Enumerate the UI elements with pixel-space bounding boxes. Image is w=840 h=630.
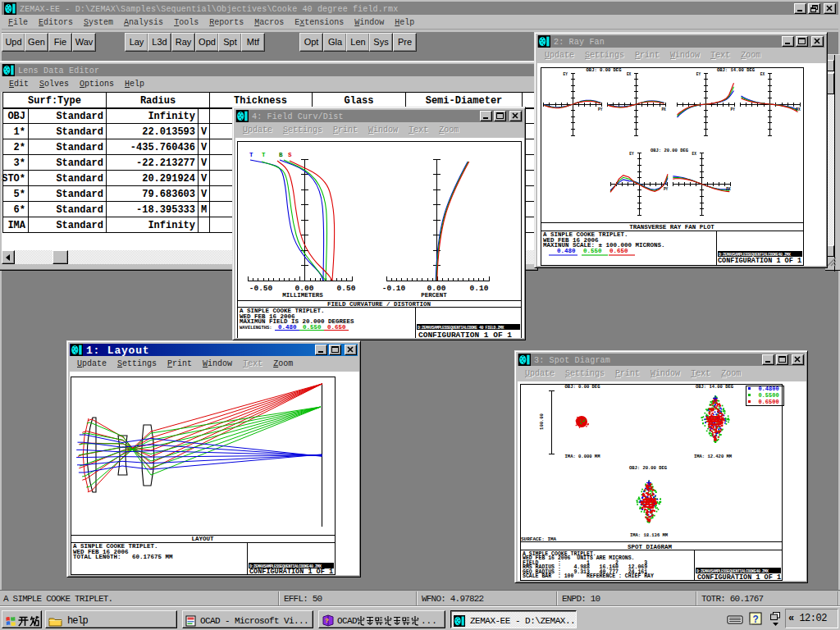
- svg-text:?: ?: [325, 617, 329, 624]
- svg-text:Surf:Type: Surf:Type: [28, 95, 81, 107]
- svg-text:OBJ: 20.00 DEG: OBJ: 20.00 DEG: [651, 148, 689, 153]
- svg-text:Standard: Standard: [56, 111, 103, 122]
- svg-text:Semi-Diameter: Semi-Diameter: [426, 95, 503, 107]
- svg-text:EY: EY: [629, 152, 634, 156]
- svg-text:2*: 2*: [14, 142, 25, 153]
- svg-text:Standard: Standard: [56, 158, 103, 169]
- svg-text:-435.760436: -435.760436: [130, 142, 195, 153]
- svg-text:22.013593: 22.013593: [142, 126, 195, 138]
- svg-text:WAVELENGTHS:: WAVELENGTHS:: [240, 325, 272, 331]
- svg-text:EX: EX: [692, 152, 697, 156]
- svg-text:B: B: [279, 152, 283, 158]
- svg-text:PX: PX: [726, 187, 731, 191]
- svg-text:PY: PY: [664, 187, 669, 191]
- svg-text:Standard: Standard: [56, 189, 103, 200]
- svg-text:FIELD CURVATURE / DISTORTION: FIELD CURVATURE / DISTORTION: [327, 301, 431, 308]
- svg-text:SPOT DIAGRAM: SPOT DIAGRAM: [628, 544, 673, 550]
- svg-text:PERCENT: PERCENT: [421, 292, 447, 299]
- svg-text:OBJ: OBJ: [7, 111, 25, 122]
- svg-text:V: V: [201, 158, 208, 169]
- svg-text:1*: 1*: [14, 126, 25, 138]
- svg-text:0.4800: 0.4800: [758, 386, 778, 392]
- svg-text:SCALE BAR : 100 REFERENCE: SCALE BAR : 100 REFERENCE : CHIEF RAY: [523, 573, 654, 579]
- svg-text:0.550: 0.550: [583, 248, 602, 254]
- svg-text:OBJ: 20.00 DEG: OBJ: 20.00 DEG: [629, 465, 668, 471]
- svg-text:?: ?: [753, 614, 759, 626]
- svg-text:V: V: [201, 126, 208, 138]
- svg-text:V: V: [201, 189, 208, 200]
- svg-text:CONFIGURATION 1 OF 1: CONFIGURATION 1 OF 1: [718, 257, 801, 265]
- svg-text:OBJ: 14.00 DEG: OBJ: 14.00 DEG: [696, 384, 734, 390]
- svg-text:EX: EX: [627, 72, 632, 76]
- svg-text:Standard: Standard: [56, 220, 103, 231]
- svg-text:Glass: Glass: [344, 95, 373, 107]
- svg-text:PY: PY: [598, 107, 603, 112]
- svg-text:TRANSVERSE RAY FAN PLOT: TRANSVERSE RAY FAN PLOT: [629, 224, 714, 231]
- svg-text:0.480: 0.480: [278, 324, 297, 331]
- svg-text:V: V: [201, 173, 208, 185]
- svg-text:M: M: [201, 204, 207, 216]
- svg-text:Thickness: Thickness: [234, 95, 287, 107]
- svg-text:79.683603: 79.683603: [142, 189, 195, 200]
- svg-text:LAYOUT: LAYOUT: [191, 536, 214, 542]
- svg-text:CONFIGURATION 1 OF 1: CONFIGURATION 1 OF 1: [418, 331, 512, 339]
- svg-text:SURFACE: IMA: SURFACE: IMA: [521, 536, 557, 542]
- svg-text:PX: PX: [796, 107, 801, 112]
- svg-text:IMA: IMA: [7, 220, 25, 231]
- svg-text:EY: EY: [696, 72, 701, 76]
- svg-text:EX: EX: [760, 72, 765, 76]
- svg-text:OBJ: 0.00 DEG: OBJ: 0.00 DEG: [565, 384, 601, 390]
- svg-text:IMA: 12.420 MM: IMA: 12.420 MM: [694, 454, 733, 459]
- svg-text:Standard: Standard: [56, 126, 103, 138]
- svg-text:S: S: [288, 152, 292, 158]
- svg-text:STO*: STO*: [2, 173, 25, 185]
- svg-text:-18.395333: -18.395333: [136, 204, 195, 216]
- svg-text:IMA: 18.136 MM: IMA: 18.136 MM: [630, 532, 669, 538]
- svg-text:0.6500: 0.6500: [758, 399, 778, 405]
- svg-text:0.50: 0.50: [337, 284, 356, 293]
- svg-text:PY: PY: [730, 107, 735, 112]
- svg-text:0.650: 0.650: [327, 324, 346, 331]
- svg-text:Infinity: Infinity: [148, 220, 195, 231]
- svg-text:CONFIGURATION 1 OF 1: CONFIGURATION 1 OF 1: [249, 568, 333, 575]
- svg-text:0.5500: 0.5500: [758, 392, 778, 399]
- svg-text:20.291924: 20.291924: [142, 173, 195, 185]
- svg-text:0.480: 0.480: [557, 248, 576, 254]
- svg-text:6*: 6*: [14, 204, 25, 216]
- svg-text:-0.10: -0.10: [382, 284, 406, 293]
- svg-text:100.00: 100.00: [539, 413, 545, 430]
- svg-text:MILLIMETERS: MILLIMETERS: [282, 292, 323, 299]
- svg-text:TOTAL LENGTH: 60.17675 MM: TOTAL LENGTH: 60.17675 MM: [73, 554, 173, 560]
- svg-text:-0.50: -0.50: [249, 284, 273, 293]
- svg-text:EY: EY: [564, 72, 568, 76]
- svg-text:3*: 3*: [14, 158, 25, 169]
- svg-text:T: T: [249, 152, 253, 158]
- svg-text:Infinity: Infinity: [148, 111, 195, 122]
- svg-text:OBJ: 14.00 DEG: OBJ: 14.00 DEG: [717, 67, 756, 73]
- svg-text:Standard: Standard: [56, 204, 103, 216]
- svg-text:Radius: Radius: [140, 95, 176, 107]
- svg-text:Standard: Standard: [56, 142, 103, 153]
- svg-text:0.550: 0.550: [303, 324, 322, 331]
- svg-text:Standard: Standard: [56, 173, 103, 185]
- svg-text:CONFIGURATION 1 OF 1: CONFIGURATION 1 OF 1: [697, 573, 781, 582]
- svg-text:T: T: [262, 152, 266, 158]
- svg-text:-22.213277: -22.213277: [136, 158, 195, 169]
- svg-text:OBJ: 0.00 DEG: OBJ: 0.00 DEG: [587, 67, 623, 73]
- svg-text:V: V: [201, 142, 208, 153]
- svg-text:5*: 5*: [14, 189, 25, 200]
- svg-text:PX: PX: [661, 107, 666, 112]
- svg-text:0.10: 0.10: [470, 284, 489, 293]
- svg-text:0.650: 0.650: [609, 248, 628, 254]
- svg-text:IMA: 0.000 MM: IMA: 0.000 MM: [565, 454, 601, 459]
